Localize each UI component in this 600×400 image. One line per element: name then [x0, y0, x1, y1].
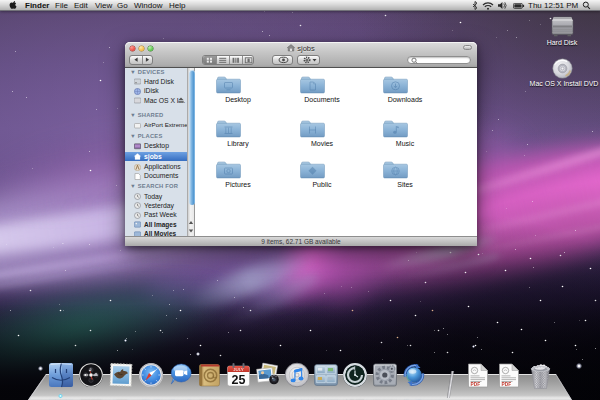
svg-text:JULY: JULY — [233, 367, 243, 372]
svg-text:PDF: PDF — [471, 382, 481, 387]
svg-text:25: 25 — [232, 373, 246, 387]
svg-text:PDF: PDF — [502, 382, 512, 387]
